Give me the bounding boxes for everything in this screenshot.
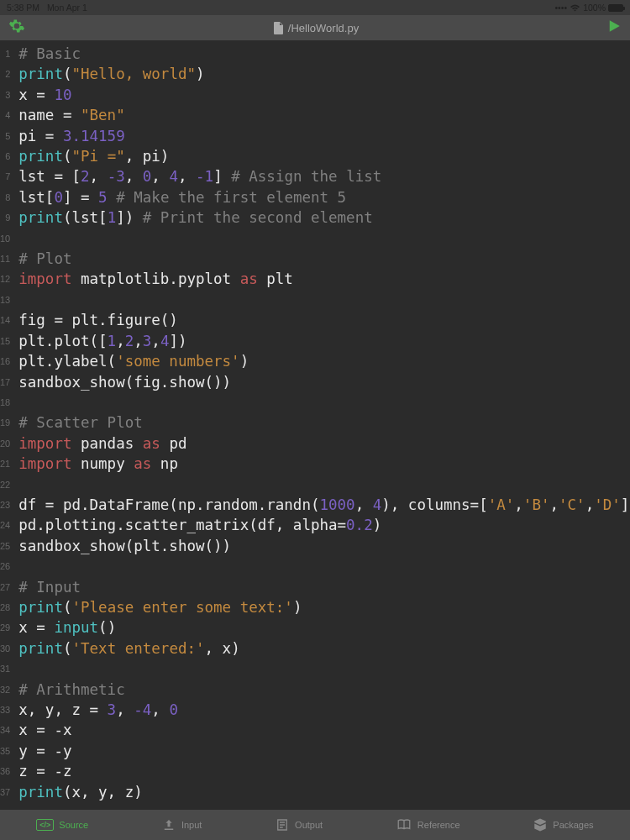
top-bar: /HelloWorld.py bbox=[0, 15, 630, 40]
status-date: Mon Apr 1 bbox=[47, 3, 87, 13]
battery-pct: 100% bbox=[583, 3, 606, 13]
file-title: /HelloWorld.py bbox=[273, 22, 359, 34]
status-time: 5:38 PM bbox=[7, 3, 39, 13]
output-icon bbox=[275, 817, 290, 832]
tab-input-label: Input bbox=[181, 820, 202, 830]
settings-gear-icon[interactable] bbox=[8, 18, 25, 38]
status-bar: 5:38 PM Mon Apr 1 •••• 100% bbox=[0, 0, 630, 15]
input-icon bbox=[161, 817, 176, 832]
reference-icon bbox=[396, 817, 412, 832]
tab-packages-label: Packages bbox=[553, 820, 593, 830]
signal-dots: •••• bbox=[554, 3, 567, 13]
tab-reference-label: Reference bbox=[417, 820, 460, 830]
tab-reference[interactable]: Reference bbox=[396, 817, 460, 832]
filename-label: /HelloWorld.py bbox=[288, 22, 359, 34]
code-content[interactable]: # Basic print("Hello, world") x = 10 nam… bbox=[13, 40, 630, 810]
tab-output[interactable]: Output bbox=[275, 817, 323, 832]
tab-input[interactable]: Input bbox=[161, 817, 202, 832]
tab-packages[interactable]: Packages bbox=[533, 817, 593, 832]
line-gutter: 1 2 3 4 5 6 7 8 9 10 11 12 13 14 15 16 1… bbox=[0, 40, 13, 810]
tab-output-label: Output bbox=[295, 820, 323, 830]
tab-source[interactable]: </> Source bbox=[36, 819, 88, 831]
tab-source-label: Source bbox=[59, 820, 88, 830]
bottom-tab-bar: </> Source Input Output Reference Packag… bbox=[0, 810, 630, 840]
packages-icon bbox=[533, 817, 548, 832]
wifi-icon bbox=[570, 3, 580, 12]
code-editor[interactable]: 1 2 3 4 5 6 7 8 9 10 11 12 13 14 15 16 1… bbox=[0, 40, 630, 810]
battery-icon bbox=[608, 4, 623, 12]
source-icon: </> bbox=[36, 819, 54, 831]
run-button-icon[interactable] bbox=[606, 18, 622, 37]
file-icon bbox=[273, 22, 284, 34]
